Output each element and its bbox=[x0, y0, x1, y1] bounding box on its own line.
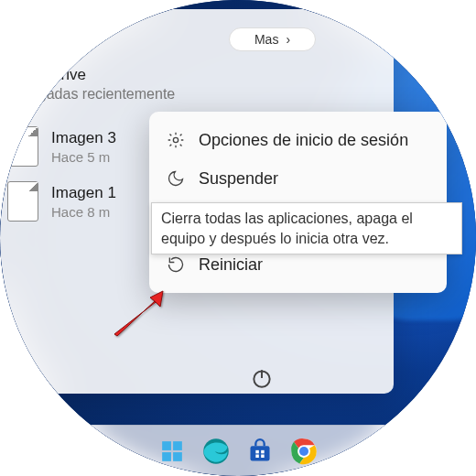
sleep-item[interactable]: Suspender bbox=[149, 159, 447, 198]
file-name: Imagen 3 bbox=[51, 129, 116, 147]
tooltip: Cierra todas las aplicaciones, apaga el … bbox=[151, 202, 462, 254]
svg-rect-5 bbox=[162, 452, 171, 461]
more-button[interactable]: Mas › bbox=[229, 27, 316, 51]
moon-icon bbox=[166, 168, 186, 189]
section-subtitle: Agregadas recientemente bbox=[7, 86, 377, 103]
signin-options-label: Opciones de inicio de sesión bbox=[199, 131, 408, 150]
edge-icon[interactable] bbox=[199, 434, 233, 469]
store-icon[interactable] bbox=[243, 434, 277, 469]
pointer-arrow-icon bbox=[110, 288, 165, 342]
signin-options-item[interactable]: Opciones de inicio de sesión bbox=[149, 121, 447, 159]
file-icon bbox=[7, 126, 38, 167]
chevron-right-icon: › bbox=[286, 32, 290, 47]
restart-label: Reiniciar bbox=[199, 255, 263, 275]
file-icon bbox=[7, 181, 38, 222]
restart-icon bbox=[166, 254, 186, 275]
svg-rect-10 bbox=[261, 449, 265, 453]
taskbar bbox=[0, 425, 476, 476]
svg-rect-9 bbox=[255, 449, 259, 453]
svg-rect-11 bbox=[255, 454, 259, 458]
file-time: Hace 5 m bbox=[51, 149, 116, 165]
svg-point-2 bbox=[173, 137, 178, 142]
start-icon[interactable] bbox=[155, 434, 189, 469]
svg-rect-6 bbox=[173, 452, 182, 461]
svg-rect-3 bbox=[162, 441, 171, 450]
chrome-icon[interactable] bbox=[287, 434, 321, 469]
gear-icon bbox=[166, 130, 186, 150]
section-title: oogle Drive bbox=[7, 66, 377, 84]
power-button[interactable] bbox=[250, 366, 274, 394]
svg-rect-12 bbox=[261, 454, 265, 458]
file-name: Imagen 1 bbox=[51, 184, 116, 202]
sleep-label: Suspender bbox=[199, 169, 278, 189]
file-time: Hace 8 m bbox=[51, 204, 116, 220]
svg-rect-4 bbox=[173, 441, 182, 450]
svg-rect-8 bbox=[251, 446, 270, 460]
svg-point-15 bbox=[299, 447, 308, 456]
more-label: Mas bbox=[254, 32, 278, 47]
